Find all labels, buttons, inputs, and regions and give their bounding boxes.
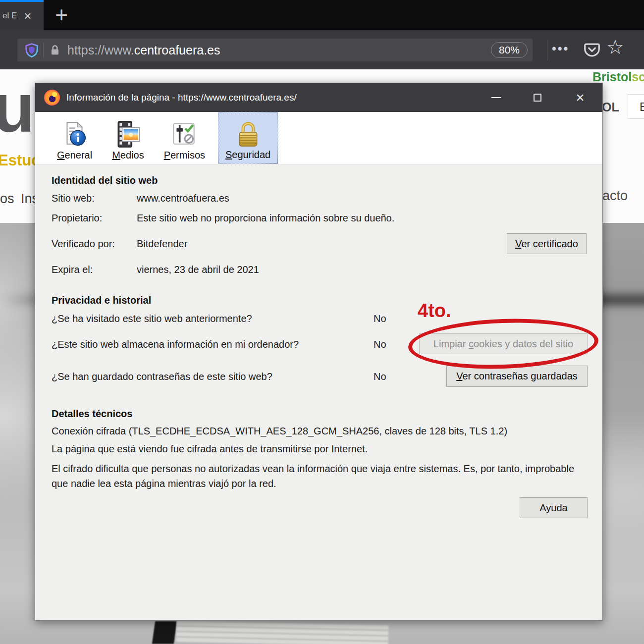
expires-value: viernes, 23 de abril de 2021 [137, 264, 259, 275]
encryption-explain-line: El cifrado dificulta que personas no aut… [52, 461, 577, 491]
background-monitor-edge [152, 621, 177, 644]
tab-general-label: General [57, 150, 92, 161]
tab-seguridad-label: Seguridad [225, 149, 270, 161]
page-logo-fragment: u [0, 73, 35, 143]
site-value: www.centroafuera.es [137, 193, 229, 204]
url-text: https://www.centroafuera.es [67, 43, 220, 57]
language-link-fragment: OL [602, 100, 619, 114]
tab-seguridad-selected[interactable]: Seguridad [218, 112, 278, 164]
page-nav-fragment: os [0, 191, 14, 207]
maximize-button[interactable] [525, 83, 550, 112]
general-info-icon [60, 118, 89, 149]
close-button[interactable]: × [562, 83, 598, 112]
active-tab[interactable]: el E × [0, 0, 44, 30]
view-passwords-button[interactable]: Ver contraseñas guardadas [446, 366, 588, 387]
tracking-protection-shield-icon[interactable] [24, 42, 39, 58]
background-email-screen [176, 621, 389, 644]
passwords-answer: No [374, 371, 386, 382]
navigation-toolbar: https://www.centroafuera.es 80% ••• ☆ [0, 30, 644, 69]
visited-answer: No [374, 313, 386, 324]
screen: Bristolsch OL E u Estud os Ins acto el E… [0, 0, 644, 644]
security-padlock-icon [234, 117, 263, 148]
expires-label: Expira el: [52, 264, 93, 275]
minimize-button[interactable] [483, 83, 509, 112]
view-certificate-button[interactable]: Ver certificado [507, 233, 587, 254]
media-filmstrip-icon [113, 118, 142, 149]
address-bar[interactable]: https://www.centroafuera.es 80% [17, 39, 533, 61]
verified-value: Bitdefender [137, 238, 187, 250]
page-nav-fragment-contact: acto [602, 188, 628, 204]
dialog-toolbar: General [35, 112, 602, 164]
site-label: Sitio web: [52, 193, 95, 204]
bookmark-star-icon[interactable]: ☆ [606, 36, 624, 58]
passwords-question: ¿Se han guardado contraseñas de este sit… [52, 371, 272, 382]
visited-question: ¿Se ha visitado este sitio web anteriorm… [52, 313, 252, 324]
storage-question: ¿Este sitio web almacena información en … [52, 339, 299, 350]
owner-value: Este sitio web no proporciona informació… [137, 213, 394, 224]
new-tab-button[interactable]: + [50, 0, 73, 30]
tab-bar: el E × + [0, 0, 644, 30]
site-brand-logo: Bristolsch [592, 70, 644, 84]
storage-answer: No [374, 339, 386, 350]
identity-heading: Identidad del sitio web [52, 175, 158, 186]
lock-icon [49, 43, 61, 57]
help-button[interactable]: Ayuda [520, 497, 588, 518]
dialog-titlebar[interactable]: Información de la página - https://www.c… [35, 83, 602, 112]
verified-label: Verificado por: [52, 238, 115, 250]
annotation-step-label: 4to. [418, 300, 451, 322]
security-panel: Identidad del sitio web Sitio web: www.c… [35, 164, 602, 621]
brand-part1: Bristol [592, 70, 632, 84]
page-encrypted-line: La página que está viendo fue cifrada an… [52, 443, 368, 455]
tab-permisos-label: Permisos [164, 150, 205, 161]
toolbar-divider [547, 40, 547, 60]
urlbar-divider [43, 43, 44, 57]
owner-label: Propietario: [52, 213, 102, 224]
zoom-level-indicator[interactable]: 80% [491, 42, 528, 58]
firefox-logo-icon [44, 90, 60, 106]
tab-general[interactable]: General [50, 112, 99, 164]
overflow-menu-icon[interactable]: ••• [552, 42, 569, 56]
encryption-line: Conexión cifrada (TLS_ECDHE_ECDSA_WITH_A… [52, 426, 507, 437]
language-button-fragment: E [628, 94, 644, 119]
brand-part2: sch [632, 70, 644, 84]
tab-medios[interactable]: Medios [105, 112, 151, 164]
dialog-title: Información de la página - https://www.c… [66, 92, 297, 103]
tab-title: el E [0, 11, 17, 21]
technical-heading: Detalles técnicos [52, 408, 132, 420]
tab-permisos[interactable]: Permisos [157, 112, 212, 164]
tab-close-icon[interactable]: × [24, 9, 31, 22]
privacy-heading: Privacidad e historial [52, 295, 151, 306]
pocket-icon[interactable] [583, 41, 601, 59]
permissions-slider-icon [170, 118, 199, 149]
tab-medios-label: Medios [112, 150, 144, 161]
